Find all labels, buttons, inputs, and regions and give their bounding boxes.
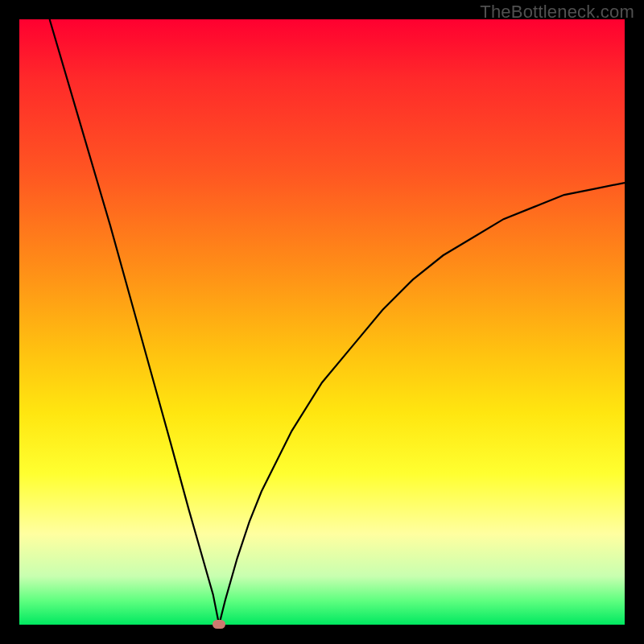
attribution-text: TheBottleneck.com: [480, 2, 634, 23]
bottleneck-curve: [19, 19, 625, 625]
plot-area: [19, 19, 625, 625]
chart-frame: TheBottleneck.com: [0, 0, 644, 644]
minimum-marker: [213, 620, 225, 629]
